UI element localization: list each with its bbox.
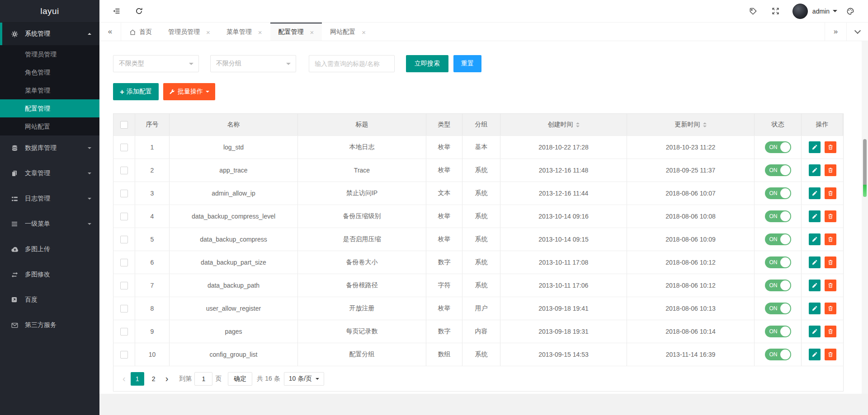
batch-actions-button[interactable]: 批量操作 [163,83,215,100]
config-table: 序号 名称 标题 类型 分组 创建时间 更新时间 状态 操作 1 log_std [113,113,844,392]
tab-配置管理[interactable]: 配置管理× [270,23,322,41]
sidebar-subitem-配置管理[interactable]: 配置管理 [0,99,99,117]
theme-palette-icon[interactable] [842,4,859,19]
tabs-menu-toggle[interactable] [846,23,868,41]
reset-button[interactable]: 重置 [453,55,481,72]
delete-button[interactable] [825,349,836,360]
sidebar-item-一级菜单[interactable]: 一级菜单 [0,211,99,237]
edit-button[interactable] [809,256,821,268]
sidebar-item-多图修改[interactable]: 多图修改 [0,262,99,287]
cell-no: 5 [135,228,170,251]
edit-button[interactable] [809,233,821,245]
sidebar-item-第三方服务[interactable]: 第三方服务 [0,312,99,338]
edit-button[interactable] [809,164,821,176]
status-toggle[interactable]: ON [765,326,791,337]
confirm-page-button[interactable]: 确定 [228,372,252,386]
next-page-button[interactable]: › [162,373,172,384]
delete-button[interactable] [825,326,836,337]
add-config-button[interactable]: + 添加配置 [113,83,159,100]
row-checkbox[interactable] [120,282,128,289]
sidebar-item-多图上传[interactable]: 多图上传 [0,237,99,262]
close-tab-icon[interactable]: × [310,29,314,36]
sidebar-item-数据库管理[interactable]: 数据库管理 [0,135,99,161]
jump-page-input[interactable] [194,372,212,386]
row-checkbox[interactable] [120,144,128,151]
tab-首页[interactable]: 首页 [121,23,160,41]
edit-button[interactable] [809,141,821,153]
delete-button[interactable] [825,187,836,199]
select-all-checkbox[interactable] [120,121,128,129]
cell-updated: 2018-08-06 10:08 [627,205,755,228]
avatar[interactable] [793,4,808,19]
scrollbar-thumb[interactable] [863,139,867,197]
page-number-1[interactable]: 1 [131,372,144,386]
close-tab-icon[interactable]: × [206,29,210,36]
sidebar-subitem-管理员管理[interactable]: 管理员管理 [0,45,99,63]
tabs-scroll-right[interactable]: » [825,23,846,41]
status-toggle[interactable]: ON [765,233,791,245]
search-button[interactable]: 立即搜索 [406,55,448,72]
sort-created[interactable] [576,121,580,129]
delete-button[interactable] [825,280,836,291]
close-tab-icon[interactable]: × [258,29,262,36]
row-checkbox[interactable] [120,259,128,266]
row-checkbox[interactable] [120,236,128,243]
delete-button[interactable] [825,141,836,153]
cell-created: 2013-09-15 14:53 [500,343,627,366]
status-toggle[interactable]: ON [765,349,791,360]
tabs-scroll-left[interactable]: « [99,23,121,41]
toggle-knob [780,234,790,244]
delete-button[interactable] [825,256,836,268]
fullscreen-icon[interactable] [767,4,784,19]
edit-button[interactable] [809,210,821,222]
tab-菜单管理[interactable]: 菜单管理× [218,23,270,41]
group-select[interactable]: 不限分组 [210,55,296,72]
status-toggle[interactable]: ON [765,280,791,291]
status-toggle[interactable]: ON [765,303,791,314]
tab-网站配置[interactable]: 网站配置× [322,23,374,41]
row-checkbox[interactable] [120,213,128,220]
status-toggle[interactable]: ON [765,141,791,153]
sidebar-item-日志管理[interactable]: 日志管理 [0,186,99,211]
sidebar-item-label: 系统管理 [25,30,50,38]
cell-name: data_backup_compress [170,228,298,251]
row-checkbox[interactable] [120,351,128,359]
edit-button[interactable] [809,303,821,314]
sidebar-subitem-角色管理[interactable]: 角色管理 [0,63,99,81]
edit-button[interactable] [809,280,821,291]
sort-updated[interactable] [703,121,707,129]
delete-button[interactable] [825,210,836,222]
cell-name: pages [170,320,298,343]
collapse-sidebar-icon[interactable] [108,4,125,19]
refresh-icon[interactable] [130,4,147,19]
status-toggle[interactable]: ON [765,164,791,176]
status-toggle[interactable]: ON [765,187,791,199]
sidebar-item-百度[interactable]: 百度 [0,287,99,312]
page-number-2[interactable]: 2 [147,372,160,386]
sidebar-item-文章管理[interactable]: 文章管理 [0,161,99,186]
row-checkbox[interactable] [120,190,128,197]
tab-管理员管理[interactable]: 管理员管理× [160,23,218,41]
edit-button[interactable] [809,326,821,337]
row-checkbox[interactable] [120,167,128,174]
delete-button[interactable] [825,303,836,314]
sidebar-subitem-菜单管理[interactable]: 菜单管理 [0,81,99,99]
status-toggle[interactable]: ON [765,256,791,268]
prev-page-button[interactable]: ‹ [119,373,129,384]
page-size-select[interactable]: 10 条/页 [284,372,324,386]
status-toggle[interactable]: ON [765,210,791,222]
edit-button[interactable] [809,187,821,199]
tag-icon[interactable] [745,4,762,19]
search-input[interactable] [309,55,395,72]
close-tab-icon[interactable]: × [362,29,366,36]
sidebar-subitem-网站配置[interactable]: 网站配置 [0,117,99,135]
sidebar-item-label: 文章管理 [25,169,50,177]
row-checkbox[interactable] [120,305,128,312]
type-select[interactable]: 不限类型 [113,55,199,72]
delete-button[interactable] [825,233,836,245]
sidebar-item-系统管理[interactable]: 系统管理 [0,23,99,45]
row-checkbox[interactable] [120,328,128,336]
edit-button[interactable] [809,349,821,360]
user-menu[interactable]: admin [812,8,837,15]
delete-button[interactable] [825,164,836,176]
